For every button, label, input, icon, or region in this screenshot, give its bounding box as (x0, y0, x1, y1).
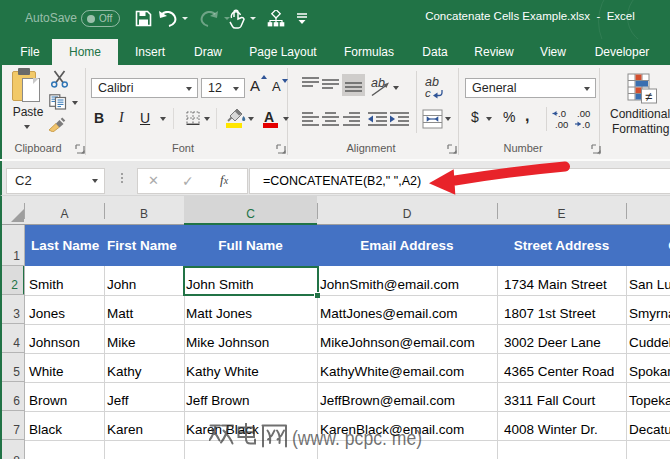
svg-text:.0: .0 (558, 108, 566, 119)
svg-text:.0: .0 (582, 119, 590, 130)
svg-text:≠: ≠ (645, 89, 652, 104)
svg-text:.00: .00 (577, 108, 590, 119)
svg-text:.00: .00 (555, 119, 568, 130)
